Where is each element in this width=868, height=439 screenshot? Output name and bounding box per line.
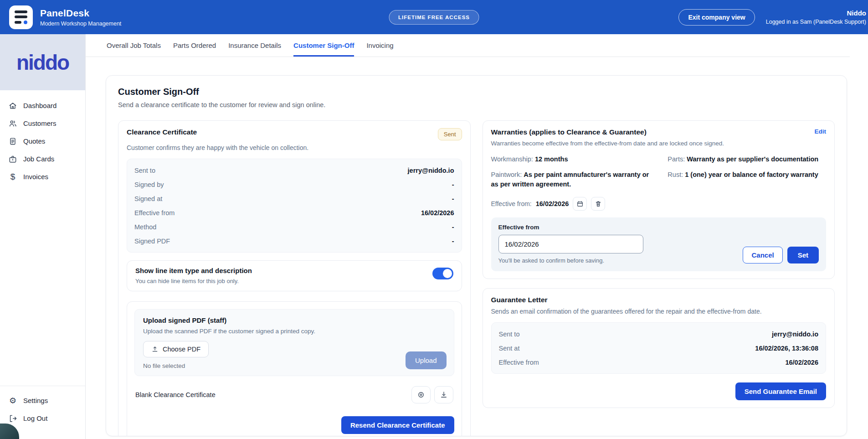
gear-icon: ⚙: [8, 397, 17, 405]
tab-invoicing[interactable]: Invoicing: [366, 41, 393, 57]
calendar-button[interactable]: [573, 197, 587, 211]
sidebar-item-dashboard[interactable]: Dashboard: [0, 97, 85, 114]
clearance-card-title: Clearance Certificate: [127, 128, 197, 136]
company-name: Niddo: [766, 9, 866, 17]
detail-row-signed-by: Signed by -: [134, 177, 454, 191]
editor-label: Effective from: [498, 224, 819, 231]
view-icon: [417, 391, 425, 399]
document-icon: [8, 137, 17, 146]
resend-clearance-certificate-button[interactable]: Resend Clearance Certificate: [341, 416, 454, 434]
sidebar-item-job-cards[interactable]: Job Cards: [0, 150, 85, 168]
line-item-toggle-card: Show line item type and description You …: [127, 260, 462, 291]
effective-from-editor: Effective from You'll be asked to confir…: [491, 217, 827, 271]
effective-from-row: Effective from: 16/02/2026: [491, 197, 827, 211]
sidebar: niddo Dashboard Customers Quotes J: [0, 34, 86, 439]
guarantee-letter-card: Guarantee Letter Sends an email confirma…: [483, 288, 835, 408]
warranty-workmanship: Workmanship: 12 months: [491, 155, 656, 164]
toggle-label: Show line item type and description: [135, 267, 252, 274]
blank-certificate-row: Blank Clearance Certificate: [134, 386, 454, 403]
exit-company-view-button[interactable]: Exit company view: [678, 9, 755, 26]
app-subtitle: Modern Workshop Management: [40, 21, 121, 27]
clearance-details-panel: Sent to jerry@niddo.io Signed by - Signe…: [127, 159, 462, 253]
upload-icon: [151, 346, 159, 353]
detail-row-method: Method -: [134, 220, 454, 234]
detail-row-signed-pdf: Signed PDF -: [134, 234, 454, 248]
clearance-card-description: Customer confirms they are happy with th…: [127, 144, 462, 151]
detail-row-effective-from: Effective from 16/02/2026: [134, 206, 454, 220]
view-certificate-button[interactable]: [411, 386, 431, 403]
logged-in-as: Logged in as Sam (PanelDesk Support): [766, 19, 866, 25]
upload-button[interactable]: Upload: [406, 351, 447, 369]
clearance-certificate-card: Clearance Certificate Sent Customer conf…: [118, 120, 471, 436]
send-guarantee-email-button[interactable]: Send Guarantee Email: [735, 382, 826, 400]
upload-title: Upload signed PDF (staff): [143, 316, 446, 324]
sidebar-item-invoices[interactable]: $ Invoices: [0, 168, 85, 186]
guarantee-row-sent-at: Sent at 16/02/2026, 13:36:08: [499, 341, 819, 355]
users-icon: [8, 119, 17, 128]
choose-pdf-button[interactable]: Choose PDF: [143, 341, 209, 357]
effective-from-input[interactable]: [498, 235, 643, 253]
guarantee-details-panel: Sent to jerry@niddo.io Sent at 16/02/202…: [491, 322, 827, 374]
trash-icon: [595, 200, 602, 207]
sidebar-item-settings[interactable]: ⚙ Settings: [0, 392, 85, 409]
warranty-paintwork: Paintwork: As per paint amnufacturer's w…: [491, 170, 656, 189]
page-title: Customer Sign-Off: [118, 87, 835, 97]
app-name: PanelDesk: [40, 8, 121, 19]
briefcase-icon: [8, 155, 17, 164]
calendar-icon: [576, 200, 584, 207]
tab-insurance-details[interactable]: Insurance Details: [228, 41, 281, 57]
job-tabs: Overall Job Totals Parts Ordered Insuran…: [86, 34, 850, 57]
upload-signed-pdf-panel: Upload signed PDF (staff) Upload the sca…: [134, 309, 454, 376]
tab-customer-sign-off[interactable]: Customer Sign-Off: [293, 41, 354, 57]
dollar-icon: $: [8, 172, 17, 181]
status-badge: Sent: [438, 128, 462, 140]
customer-sign-off-panel: Customer Sign-Off Send a clearance certi…: [106, 75, 847, 436]
no-file-selected-text: No file selected: [143, 362, 446, 369]
warranty-rust: Rust: 1 (one) year or balance of factory…: [668, 170, 826, 189]
warranties-card: Warranties (applies to Clearance & Guara…: [483, 120, 835, 279]
upload-section-card: Upload signed PDF (staff) Upload the sca…: [127, 301, 462, 436]
main-content: Overall Job Totals Parts Ordered Insuran…: [86, 34, 868, 439]
set-button[interactable]: Set: [787, 247, 819, 263]
edit-warranties-link[interactable]: Edit: [815, 128, 827, 135]
upload-description: Upload the scanned PDF if the customer s…: [143, 328, 446, 335]
tab-parts-ordered[interactable]: Parts Ordered: [173, 41, 216, 57]
guarantee-row-sent-to: Sent to jerry@niddo.io: [499, 327, 819, 341]
warranty-fields: Workmanship: 12 months Parts: Warranty a…: [491, 155, 827, 189]
sidebar-item-customers[interactable]: Customers: [0, 114, 85, 132]
niddo-logo: niddo: [0, 34, 85, 90]
lifetime-access-badge: LIFETIME FREE ACCESS: [389, 10, 479, 25]
guarantee-title: Guarantee Letter: [491, 296, 827, 304]
cancel-button[interactable]: Cancel: [743, 247, 782, 263]
warranties-title: Warranties (applies to Clearance & Guara…: [491, 128, 647, 136]
home-icon: [8, 101, 17, 110]
sidebar-item-log-out[interactable]: Log Out: [0, 409, 85, 427]
warranty-parts: Parts: Warranty as per supplier's docume…: [668, 155, 826, 164]
show-line-items-toggle[interactable]: [432, 268, 453, 279]
sidebar-item-quotes[interactable]: Quotes: [0, 132, 85, 150]
page-subtitle: Send a clearance certificate to the cust…: [118, 101, 835, 108]
guarantee-description: Sends an email confirmation of the guara…: [491, 308, 827, 315]
detail-row-sent-to: Sent to jerry@niddo.io: [134, 163, 454, 177]
blank-certificate-label: Blank Clearance Certificate: [135, 391, 216, 398]
download-certificate-button[interactable]: [434, 386, 453, 403]
guarantee-row-effective-from: Effective from 16/02/2026: [499, 355, 819, 369]
detail-row-signed-at: Signed at -: [134, 191, 454, 206]
warranties-description: Warranties become effective from the eff…: [491, 140, 827, 147]
logout-icon: [8, 414, 17, 423]
tab-overall-job-totals[interactable]: Overall Job Totals: [107, 41, 161, 57]
delete-effective-date-button[interactable]: [591, 197, 605, 211]
download-icon: [440, 391, 448, 399]
app-logo-icon: [9, 5, 33, 29]
account-info: Niddo Logged in as Sam (PanelDesk Suppor…: [766, 9, 866, 25]
top-header: PanelDesk Modern Workshop Management LIF…: [0, 0, 868, 34]
toggle-hint: You can hide line items for this job onl…: [135, 278, 252, 284]
